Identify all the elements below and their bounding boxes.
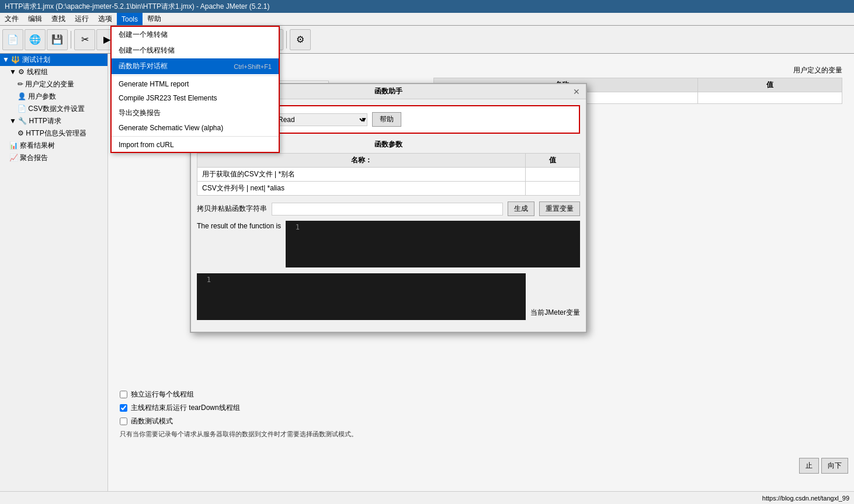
- toolbar-scissors[interactable]: ✂: [74, 29, 95, 50]
- var-value-cell-1: [697, 92, 842, 104]
- checkbox-teardown[interactable]: [120, 404, 127, 412]
- menu-thread-dump[interactable]: 创建一个线程转储: [112, 43, 279, 58]
- checkbox-functest[interactable]: [120, 418, 127, 425]
- toolbar-save[interactable]: 💾: [47, 29, 68, 50]
- func-result-box: 1: [286, 221, 580, 267]
- func-result-area: The result of the function is 1: [197, 221, 580, 267]
- menu-file[interactable]: 文件: [0, 13, 23, 25]
- sidebar: ▼ 🔱 测试计划 ▼ ⚙ 线程组 ✏ 用户定义的变量 👤 用户参数 📄 CSV数…: [0, 54, 108, 491]
- params-col-value: 值: [526, 154, 580, 168]
- sidebar-item-httpreq[interactable]: ▼ 🔧 HTTP请求: [0, 115, 107, 127]
- httpreq-icon: ▼ 🔧: [9, 117, 29, 125]
- func-dialog-title-text: 函数助手: [374, 86, 402, 96]
- nav-buttons: 止 向下: [799, 458, 848, 474]
- menu-compile-jsr[interactable]: Compile JSR223 Test Elements: [112, 91, 279, 105]
- func-params-table: 名称： 值 用于获取值的CSV文件 | *别名 CSV文件列号 | next| …: [197, 153, 580, 196]
- menu-func-helper[interactable]: 函数助手对话框 Ctrl+Shift+F1: [112, 58, 279, 74]
- param-value-1[interactable]: [526, 168, 580, 182]
- menu-tools[interactable]: Tools: [117, 13, 143, 25]
- menu-search[interactable]: 查找: [47, 13, 70, 25]
- menu-help[interactable]: 帮助: [143, 13, 166, 25]
- aggrreport-label: 聚合报告: [20, 154, 48, 162]
- note-text: 只有当你需要记录每个请求从服务器取得的数据到文件时才需要选择函数测试模式。: [120, 430, 842, 439]
- aggrreport-icon: 📈: [9, 154, 20, 162]
- status-bar: https://blog.csdn.net/tangxl_99: [0, 491, 854, 504]
- func-jmeter-label: 当前JMeter变量: [530, 308, 580, 320]
- params-col-name: 名称：: [197, 154, 526, 168]
- toolbar-extra[interactable]: ⚙: [290, 29, 311, 50]
- threadgroup-label: 线程组: [27, 68, 48, 76]
- csvdata-label: CSV数据文件设置: [28, 105, 85, 113]
- func-helper-label: 函数助手对话框: [119, 61, 168, 71]
- resulttree-label: 察看结果树: [20, 141, 55, 150]
- nav-down-btn[interactable]: 向下: [821, 458, 848, 474]
- func-copy-input[interactable]: [272, 203, 503, 215]
- menu-options[interactable]: 选项: [93, 13, 117, 25]
- httpheader-icon: ⚙: [18, 129, 26, 137]
- toolbar-open[interactable]: 🌐: [25, 29, 46, 50]
- title-text: HTTP请求1.jmx (D:\apache-jmeter-5.2.1\bin\…: [5, 2, 269, 12]
- httpreq-label: HTTP请求: [29, 117, 61, 125]
- func-jmeter-box: 1: [197, 273, 526, 320]
- param-value-2[interactable]: [526, 182, 580, 196]
- checkbox-row-1: 独立运行每个线程组: [120, 390, 842, 399]
- menu-heap-dump[interactable]: 创建一个堆转储: [112, 27, 279, 43]
- jmeter-line-number: 1: [199, 276, 211, 318]
- sidebar-item-httpheader[interactable]: ⚙ HTTP信息头管理器: [0, 127, 107, 140]
- sidebar-item-threadgroup[interactable]: ▼ ⚙ 线程组: [0, 66, 107, 78]
- func-copy-row: 拷贝并粘贴函数字符串 生成 重置变量: [197, 201, 580, 216]
- func-help-button[interactable]: 帮助: [372, 112, 401, 127]
- checkboxes-section: 独立运行每个线程组 主线程结束后运行 tearDown线程组 函数测试模式 只有…: [120, 390, 842, 439]
- tools-dropdown-menu: 创建一个堆转储 创建一个线程转储 函数助手对话框 Ctrl+Shift+F1 G…: [110, 26, 280, 153]
- checkbox-functest-label: 函数测试模式: [131, 416, 173, 426]
- title-bar: HTTP请求1.jmx (D:\apache-jmeter-5.2.1\bin\…: [0, 0, 854, 13]
- func-copy-label: 拷贝并粘贴函数字符串: [197, 204, 267, 214]
- param-name-2: CSV文件列号 | next| *alias: [197, 182, 526, 196]
- threadgroup-icon: ▼ ⚙: [9, 68, 27, 76]
- httpheader-label: HTTP信息头管理器: [26, 129, 86, 137]
- checkbox-row-3: 函数测试模式: [120, 416, 842, 426]
- csvdata-icon: 📄: [18, 105, 28, 113]
- user-vars-title: 用户定义的变量: [433, 65, 842, 75]
- func-reset-btn[interactable]: 重置变量: [539, 201, 580, 216]
- sidebar-item-resulttree[interactable]: 📊 察看结果树: [0, 140, 107, 152]
- sidebar-item-uservars[interactable]: ✏ 用户定义的变量: [0, 78, 107, 91]
- checkbox-independent[interactable]: [120, 391, 127, 398]
- userparams-icon: 👤: [18, 92, 28, 100]
- func-helper-shortcut: Ctrl+Shift+F1: [234, 63, 272, 70]
- func-generate-btn[interactable]: 生成: [508, 201, 534, 216]
- testplan-label: 测试计划: [22, 55, 50, 64]
- toolbar-new[interactable]: 📄: [2, 29, 23, 50]
- col-value: 值: [697, 78, 842, 92]
- sidebar-item-aggrreport[interactable]: 📈 聚合报告: [0, 152, 107, 164]
- checkbox-teardown-label: 主线程结束后运行 tearDown线程组: [131, 403, 240, 413]
- uservars-icon: ✏: [18, 80, 25, 88]
- userparams-label: 用户参数: [28, 92, 56, 100]
- checkbox-row-2: 主线程结束后运行 tearDown线程组: [120, 403, 842, 413]
- func-jmeter-area: 1 当前JMeter变量: [197, 273, 580, 320]
- resulttree-icon: 📊: [9, 141, 20, 150]
- param-row-2: CSV文件列号 | next| *alias: [197, 182, 580, 196]
- testplan-icon: ▼ 🔱: [2, 55, 22, 64]
- sidebar-item-testplan[interactable]: ▼ 🔱 测试计划: [0, 54, 107, 66]
- func-result-label: The result of the function is: [197, 221, 281, 267]
- menu-html-report[interactable]: Generate HTML report: [112, 77, 279, 91]
- menu-export-report[interactable]: 导出交换报告: [112, 105, 279, 121]
- menu-schematic[interactable]: Generate Schematic View (alpha): [112, 121, 279, 135]
- dropdown-sep-2: [112, 136, 279, 137]
- dropdown-sep-1: [112, 75, 279, 76]
- menu-edit[interactable]: 编辑: [23, 13, 47, 25]
- nav-stop-btn[interactable]: 止: [799, 458, 819, 474]
- func-dialog-close[interactable]: ✕: [572, 87, 581, 96]
- menu-import-curl[interactable]: Import from cURL: [112, 138, 279, 152]
- param-row-1: 用于获取值的CSV文件 | *别名: [197, 168, 580, 182]
- status-url: https://blog.csdn.net/tangxl_99: [762, 495, 849, 502]
- param-name-1: 用于获取值的CSV文件 | *别名: [197, 168, 526, 182]
- sidebar-item-csvdata[interactable]: 📄 CSV数据文件设置: [0, 103, 107, 115]
- sidebar-item-userparams[interactable]: 👤 用户参数: [0, 91, 107, 103]
- uservars-label: 用户定义的变量: [25, 80, 74, 88]
- result-line-number: 1: [288, 223, 300, 265]
- menu-bar: 文件 编辑 查找 运行 选项 Tools 帮助: [0, 13, 854, 26]
- checkbox-independent-label: 独立运行每个线程组: [131, 390, 194, 399]
- menu-run[interactable]: 运行: [70, 13, 93, 25]
